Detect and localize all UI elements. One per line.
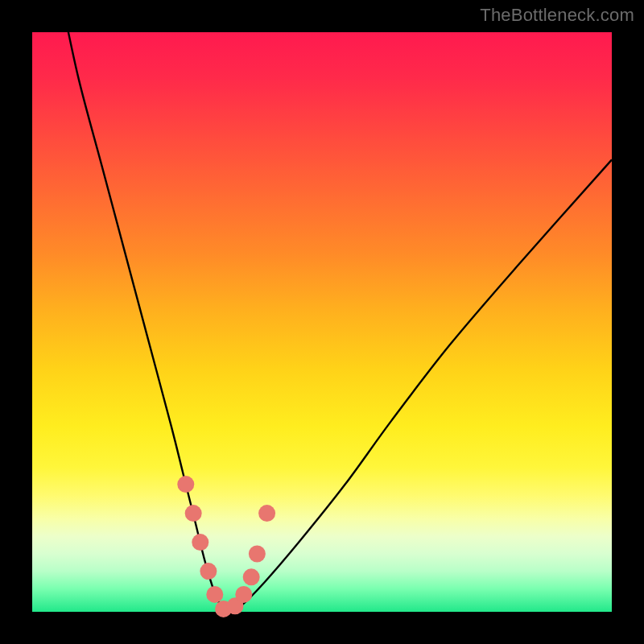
curve-marker xyxy=(185,505,202,522)
curve-marker xyxy=(243,568,260,585)
plot-area xyxy=(32,32,612,612)
curve-marker xyxy=(200,563,217,580)
marker-group xyxy=(177,476,275,617)
curve-marker xyxy=(235,586,252,603)
curve-marker xyxy=(177,476,194,493)
curve-marker xyxy=(258,505,275,522)
curve-marker xyxy=(192,534,208,551)
curve-svg xyxy=(32,32,612,612)
curve-marker xyxy=(249,546,266,563)
watermark-text: TheBottleneck.com xyxy=(480,5,634,26)
chart-frame: TheBottleneck.com xyxy=(0,0,644,644)
curve-marker xyxy=(206,586,223,603)
bottleneck-curve xyxy=(61,0,612,612)
